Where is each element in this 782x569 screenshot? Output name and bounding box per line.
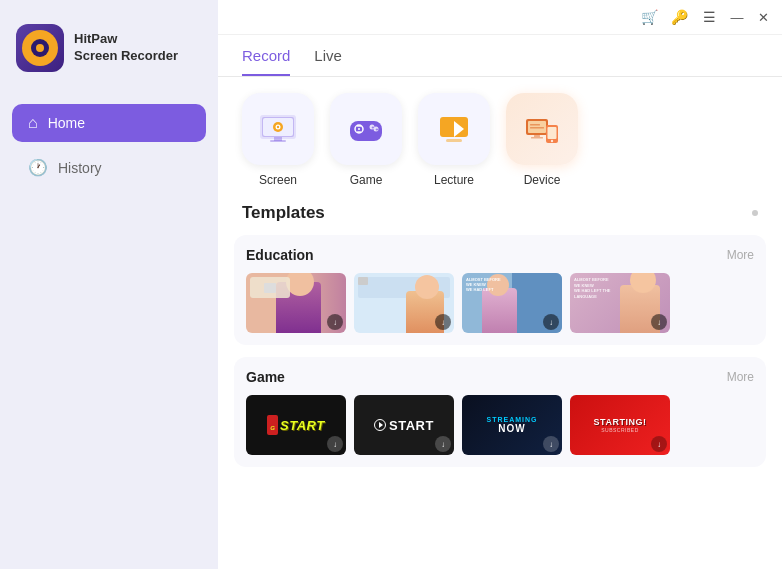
- education-section-header: Education More: [246, 247, 754, 263]
- app-title-line2: Screen Recorder: [74, 48, 178, 65]
- game-svg-icon: + +: [344, 107, 388, 151]
- game-thumb-2[interactable]: START ↓: [354, 395, 454, 455]
- svg-rect-12: [357, 131, 361, 133]
- education-thumbs: ↓ ↓: [246, 273, 754, 333]
- svg-rect-23: [530, 127, 544, 129]
- education-title: Education: [246, 247, 314, 263]
- svg-rect-4: [270, 140, 286, 142]
- home-label: Home: [48, 115, 85, 131]
- cart-icon[interactable]: 🛒: [640, 8, 658, 26]
- tab-live[interactable]: Live: [314, 47, 342, 76]
- svg-text:+: +: [376, 126, 379, 132]
- mode-lecture[interactable]: Lecture: [418, 93, 490, 187]
- svg-rect-27: [534, 135, 540, 137]
- sidebar-item-home[interactable]: ⌂ Home: [12, 104, 206, 142]
- minimize-button[interactable]: —: [730, 10, 744, 24]
- screen-svg-icon: [256, 107, 300, 151]
- game-thumb-1[interactable]: G START ↓: [246, 395, 346, 455]
- game-label: Game: [350, 173, 383, 187]
- game-thumb-4[interactable]: STARTING! SUBSCRIBED ↓: [570, 395, 670, 455]
- edu-thumb-4[interactable]: ALMOST BEFOREWE KNEWWE HAD LEFT THE LANG…: [570, 273, 670, 333]
- edu-thumb-3[interactable]: ALMOST BEFOREWE KNEWWE HAD LEFT ↓: [462, 273, 562, 333]
- game-more[interactable]: More: [727, 370, 754, 384]
- lecture-svg-icon: [432, 107, 476, 151]
- lecture-icon-wrap: [418, 93, 490, 165]
- close-button[interactable]: ✕: [756, 10, 770, 24]
- templates-dot: [752, 210, 758, 216]
- app-logo-icon: [16, 24, 64, 72]
- svg-rect-19: [446, 139, 462, 142]
- titlebar: 🛒 🔑 ☰ — ✕: [218, 0, 782, 35]
- device-icon-wrap: [506, 93, 578, 165]
- logo-text: HitPaw Screen Recorder: [74, 31, 178, 65]
- svg-point-26: [551, 140, 553, 142]
- sidebar-item-history[interactable]: 🕐 History: [12, 148, 206, 187]
- svg-rect-22: [530, 124, 540, 126]
- main-content: 🛒 🔑 ☰ — ✕ Record Live: [218, 0, 782, 569]
- education-more[interactable]: More: [727, 248, 754, 262]
- modes-section: Screen +: [218, 77, 782, 203]
- device-label: Device: [524, 173, 561, 187]
- menu-icon[interactable]: ☰: [700, 8, 718, 26]
- svg-text:+: +: [372, 124, 375, 130]
- game-thumbs: G START ↓ START: [246, 395, 754, 455]
- key-icon[interactable]: 🔑: [670, 8, 688, 26]
- templates-title: Templates: [242, 203, 325, 223]
- screen-label: Screen: [259, 173, 297, 187]
- tab-record[interactable]: Record: [242, 47, 290, 76]
- svg-rect-25: [548, 127, 557, 139]
- home-icon: ⌂: [28, 114, 38, 132]
- history-label: History: [58, 160, 102, 176]
- screen-icon-wrap: [242, 93, 314, 165]
- mode-screen[interactable]: Screen: [242, 93, 314, 187]
- edu-thumb-1[interactable]: ↓: [246, 273, 346, 333]
- mode-device[interactable]: Device: [506, 93, 578, 187]
- logo-area: HitPaw Screen Recorder: [12, 16, 206, 80]
- history-icon: 🕐: [28, 158, 48, 177]
- svg-rect-28: [531, 137, 543, 139]
- svg-point-10: [358, 128, 360, 130]
- svg-point-7: [277, 126, 279, 128]
- svg-rect-11: [357, 125, 361, 127]
- app-title-line1: HitPaw: [74, 31, 178, 48]
- lecture-label: Lecture: [434, 173, 474, 187]
- tabs-bar: Record Live: [218, 35, 782, 77]
- game-icon-wrap: + +: [330, 93, 402, 165]
- scrollable-content[interactable]: Screen +: [218, 77, 782, 569]
- sidebar: HitPaw Screen Recorder ⌂ Home 🕐 History: [0, 0, 218, 569]
- edu-thumb-2[interactable]: ↓: [354, 273, 454, 333]
- device-svg-icon: [520, 107, 564, 151]
- game-section: Game More G START ↓: [234, 357, 766, 467]
- mode-game[interactable]: + + Game: [330, 93, 402, 187]
- templates-header: Templates: [218, 203, 782, 235]
- game-title: Game: [246, 369, 285, 385]
- education-section: Education More ↓: [234, 235, 766, 345]
- game-section-header: Game More: [246, 369, 754, 385]
- game-thumb-3[interactable]: STREAMING NOW ↓: [462, 395, 562, 455]
